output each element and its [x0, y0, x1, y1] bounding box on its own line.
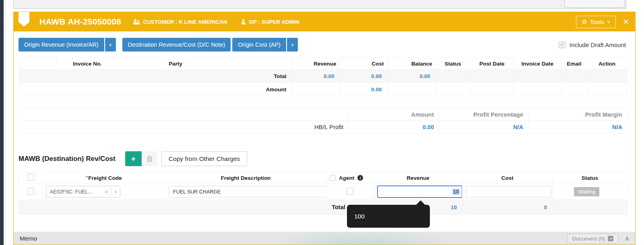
header-select-all — [19, 172, 43, 184]
toolbar: Origin Revenue (Invoice/AR) ∨ Destinatio… — [19, 38, 631, 51]
add-charge-button[interactable]: + — [125, 151, 142, 166]
tools-button[interactable]: ⚙ Tools ∨ — [576, 16, 616, 28]
total-cost: 0.00 — [340, 70, 387, 83]
header-invoice-date: Invoice Date — [514, 58, 561, 70]
header-empty — [19, 58, 57, 70]
chevron-down-icon[interactable]: ∨ — [114, 189, 117, 194]
header-revenue: Revenue — [374, 172, 462, 184]
bookmark-icon — [19, 12, 29, 27]
destination-revenue-button[interactable]: Destination Revenue/Cost (D/C Note) — [122, 38, 231, 51]
charges-total-label: Total Amount — [19, 200, 374, 215]
header-empty — [57, 58, 70, 70]
user-icon — [241, 19, 246, 25]
clear-icon[interactable]: × — [105, 189, 108, 195]
header-action: Action — [587, 58, 627, 70]
partial-document-button[interactable] — [564, 0, 625, 8]
origin-revenue-button[interactable]: Origin Revenue (Invoice/AR) — [19, 38, 104, 51]
tooltip-value: 100 — [354, 213, 365, 220]
hbl-profit-amount: 0.00 — [349, 121, 439, 134]
header-party: Party — [165, 58, 291, 70]
operator-text: OP : SUPER ADMIN — [249, 19, 299, 25]
include-draft-wrap: ✓ Include Draft Amount — [559, 41, 626, 48]
origin-cost-group: Origin Cost (AP) ∨ — [232, 38, 298, 51]
hawb-panel: HAWB AH-25050008 CUSTOMER : K LINE AMERI… — [13, 12, 636, 245]
check-icon: ✓ — [560, 42, 564, 47]
panel-body: Origin Revenue (Invoice/AR) ∨ Destinatio… — [14, 31, 635, 215]
header-email: Email — [561, 58, 587, 70]
include-draft-checkbox[interactable]: ✓ — [559, 41, 566, 48]
origin-cost-dropdown[interactable]: ∨ — [287, 38, 298, 51]
total-balance: 0.00 — [387, 70, 436, 83]
amount-cost: 0.00 — [340, 83, 387, 96]
charges-table-header-row: *Freight Code Freight Description Agent … — [19, 172, 627, 184]
header-post-date: Post Date — [470, 58, 514, 70]
value-tooltip: 100 — [347, 205, 430, 228]
header-agent: Agent i — [326, 172, 374, 184]
header-freight-description: Freight Description — [165, 172, 326, 184]
header-balance: Balance — [387, 58, 436, 70]
profit-table: Amount Profit Percentage Profit Margin H… — [19, 108, 627, 134]
profit-table-header-row: Amount Profit Percentage Profit Margin — [19, 109, 627, 121]
required-mark: * — [86, 175, 88, 181]
close-icon[interactable]: × — [623, 17, 629, 27]
header-empty — [19, 109, 349, 121]
copy-from-other-charges-button[interactable]: Copy from Other Charges — [161, 151, 247, 166]
header-revenue: Revenue — [291, 58, 340, 70]
origin-revenue-dropdown[interactable]: ∨ — [105, 38, 116, 51]
header-status: Status — [553, 172, 627, 184]
customer-label: CUSTOMER : K LINE AMERICAN — [132, 19, 227, 25]
customer-text: CUSTOMER : K LINE AMERICAN — [143, 19, 227, 25]
previous-panel-bottom-bar — [13, 0, 626, 9]
freight-code-value: AE02FSC: FUEL... — [50, 189, 105, 195]
freight-description-input[interactable]: FUEL SUR CHARGE — [169, 186, 326, 198]
info-icon[interactable]: i — [357, 175, 363, 181]
total-revenue: 0.00 — [291, 70, 340, 83]
cost-input[interactable] — [466, 186, 551, 198]
charges-total-row: Total Amount 10 0 — [19, 200, 627, 215]
total-label: Total — [19, 70, 291, 83]
invoice-table-header-row: Invoice No. Party Revenue Cost Balance S… — [19, 58, 627, 70]
header-cost: Cost — [340, 58, 387, 70]
charges-total-cost: 0 — [462, 200, 553, 215]
chevron-down-icon: ∨ — [607, 20, 610, 24]
document-button[interactable]: Document (0) ↗ — [568, 234, 619, 243]
amount-label: Amount — [19, 83, 291, 96]
external-link-icon: ↗ — [608, 236, 613, 241]
header-amount: Amount — [349, 109, 439, 121]
select-all-checkbox[interactable] — [27, 174, 34, 181]
panel-header: HAWB AH-25050008 CUSTOMER : K LINE AMERI… — [14, 12, 635, 31]
header-profit-percentage: Profit Percentage — [439, 109, 528, 121]
collapse-up-icon[interactable]: ∧ — [625, 234, 630, 242]
freight-code-select[interactable]: AE02FSC: FUEL... × ∨ — [46, 186, 120, 198]
row-checkbox[interactable] — [27, 188, 34, 195]
mawb-section-title: MAWB (Destination) Rev/Cost — [19, 155, 116, 163]
hbl-profit-label: HB/L Profit — [19, 121, 349, 134]
header-status: Status — [436, 58, 470, 70]
tools-button-label: Tools — [590, 19, 604, 25]
chevron-down-icon: ∨ — [291, 42, 294, 47]
memo-title: Memo — [20, 234, 37, 242]
users-icon — [132, 19, 140, 25]
header-invoice-no: Invoice No. — [70, 58, 165, 70]
hbl-profit-row: HB/L Profit 0.00 N/A N/A — [19, 121, 627, 134]
revenue-input[interactable]: 10 — [377, 185, 462, 198]
charge-row: AE02FSC: FUEL... × ∨ FUEL SUR CHARGE 10 … — [19, 184, 627, 200]
operator-label: OP : SUPER ADMIN — [241, 19, 299, 25]
amount-row: Amount 0.00 — [19, 83, 627, 96]
origin-cost-button[interactable]: Origin Cost (AP) — [232, 38, 286, 51]
chevron-down-icon: ∨ — [109, 42, 112, 47]
delete-charge-button[interactable] — [142, 151, 158, 166]
hbl-profit-margin: N/A — [528, 121, 627, 134]
agent-row-checkbox[interactable] — [347, 188, 353, 195]
app-gutter — [4, 0, 6, 245]
status-badge: Waiting — [574, 187, 599, 196]
total-row: Total 0.00 0.00 0.00 — [19, 70, 627, 83]
plus-icon: + — [131, 154, 136, 163]
hbl-profit-percentage: N/A — [439, 121, 528, 134]
mawb-section-header: MAWB (Destination) Rev/Cost + Copy from … — [19, 151, 631, 166]
document-button-label: Document (0) — [572, 236, 605, 242]
page-title: HAWB AH-25050008 — [39, 17, 121, 27]
trash-icon — [147, 156, 153, 162]
include-draft-label: Include Draft Amount — [570, 41, 626, 48]
agent-all-checkbox[interactable] — [330, 175, 336, 181]
